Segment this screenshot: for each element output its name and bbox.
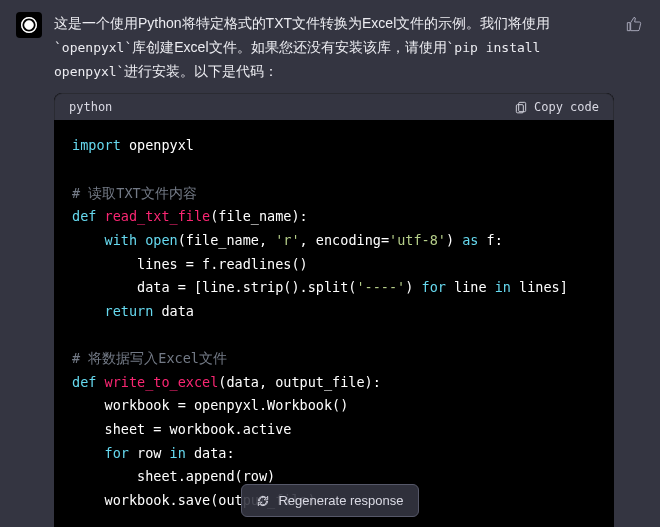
text-segment: 库创建Excel文件。如果您还没有安装该库，请使用 bbox=[132, 39, 446, 55]
code-language-label: python bbox=[69, 100, 112, 114]
refresh-icon bbox=[256, 494, 270, 508]
inline-code: `openpyxl` bbox=[54, 40, 132, 55]
svg-rect-3 bbox=[519, 103, 526, 112]
text-segment: 这是一个使用Python将特定格式的TXT文件转换为Excel文件的示例。我们将… bbox=[54, 15, 550, 31]
regenerate-label: Regenerate response bbox=[278, 493, 403, 508]
text-segment: 进行安装。以下是代码： bbox=[124, 63, 278, 79]
assistant-message: 这是一个使用Python将特定格式的TXT文件转换为Excel文件的示例。我们将… bbox=[0, 0, 660, 83]
assistant-avatar bbox=[16, 12, 42, 38]
copy-code-button[interactable]: Copy code bbox=[514, 100, 599, 114]
message-text: 这是一个使用Python将特定格式的TXT文件转换为Excel文件的示例。我们将… bbox=[54, 12, 612, 83]
regenerate-response-button[interactable]: Regenerate response bbox=[241, 484, 418, 517]
code-content: import openpyxl # 读取TXT文件内容 def read_txt… bbox=[54, 120, 614, 527]
thumbs-up-button[interactable] bbox=[626, 16, 642, 36]
thumbs-up-icon bbox=[626, 16, 642, 32]
code-block-header: python Copy code bbox=[54, 93, 614, 120]
code-block: python Copy code import openpyxl # 读取TXT… bbox=[54, 93, 614, 527]
clipboard-icon bbox=[514, 100, 528, 114]
openai-logo-icon bbox=[19, 15, 39, 35]
feedback-buttons bbox=[624, 12, 644, 83]
copy-code-label: Copy code bbox=[534, 100, 599, 114]
